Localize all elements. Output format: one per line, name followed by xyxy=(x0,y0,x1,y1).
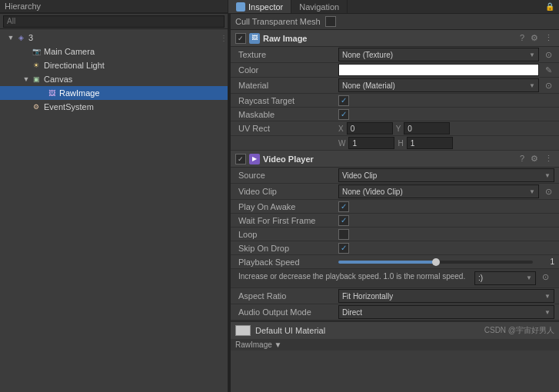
tab-navigation[interactable]: Navigation xyxy=(291,0,348,13)
eventsystem-icon: ⚙ xyxy=(31,101,42,112)
material-row: Material None (Material) ▼ ⊙ xyxy=(231,78,559,94)
tree-label-canvas: Canvas xyxy=(44,75,72,84)
inspector-content: ✓ 🖼 Raw Image ? ⚙ ⋮ Texture None (Textur… xyxy=(231,30,559,392)
tree-arrow-scene3: ▼ xyxy=(6,33,15,42)
texture-label: Texture xyxy=(238,50,338,59)
tree-item-main-camera[interactable]: ▶ 📷 Main Camera xyxy=(0,45,228,58)
hierarchy-search[interactable] xyxy=(3,15,225,28)
x-label: X xyxy=(338,125,344,133)
tree-item-eventsystem[interactable]: ▶ ⚙ EventSystem xyxy=(0,100,228,114)
material-dropdown[interactable]: None (Material) ▼ xyxy=(338,78,539,92)
w-input[interactable] xyxy=(348,137,394,149)
waitforfirst-label: Wait For First Frame xyxy=(238,216,338,225)
texture-select-btn[interactable]: ⊙ xyxy=(542,48,554,61)
rawimage-settings-btn[interactable]: ⚙ xyxy=(529,33,540,43)
source-value: Video Clip xyxy=(342,171,377,180)
hierarchy-tree: ▼ ◈ 3 ⋮ ▶ 📷 Main Camera ▶ ☀ Directional … xyxy=(0,29,228,392)
uvrect-wh-row: W H xyxy=(231,136,559,151)
videoplayer-menu-btn[interactable]: ⋮ xyxy=(543,154,554,164)
source-value-container: Video Clip ▼ xyxy=(338,168,554,182)
loop-checkbox[interactable] xyxy=(338,229,349,240)
audiooutput-dropdown[interactable]: Direct ▼ xyxy=(338,305,554,319)
videoplayer-component-header[interactable]: ✓ ▶ Video Player ? ⚙ ⋮ xyxy=(231,151,559,168)
rawimage-component-header[interactable]: ✓ 🖼 Raw Image ? ⚙ ⋮ xyxy=(231,30,559,47)
playonawake-label: Play On Awake xyxy=(238,202,338,211)
waitforfirst-checkbox[interactable] xyxy=(338,215,349,226)
tab-inspector[interactable]: Inspector xyxy=(228,0,291,13)
maskable-value-container xyxy=(338,109,554,120)
hierarchy-toolbar xyxy=(0,14,228,29)
cull-checkbox[interactable] xyxy=(325,16,336,27)
playbackspeed-slider-thumb[interactable] xyxy=(432,258,440,266)
maskable-checkbox[interactable] xyxy=(338,109,349,120)
tree-item-scene3[interactable]: ▼ ◈ 3 ⋮ xyxy=(0,31,228,45)
color-edit-btn[interactable]: ✎ xyxy=(542,64,554,76)
texture-row: Texture None (Texture) ▼ ⊙ xyxy=(231,47,559,63)
playbackspeed-info-row: Increase or decrease the playback speed.… xyxy=(231,269,559,288)
rawimage-icon: 🖼 xyxy=(46,88,57,98)
raycast-checkbox[interactable] xyxy=(338,95,349,106)
cull-label: Cull Transparent Mesh xyxy=(235,17,321,26)
inspector-tab-icon xyxy=(236,2,245,12)
videoclip-dropdown-arrow: ▼ xyxy=(529,188,535,195)
tree-item-canvas[interactable]: ▼ ▣ Canvas xyxy=(0,72,228,86)
tree-item-rawimage[interactable]: ▶ 🖼 RawImage xyxy=(0,86,228,100)
color-picker[interactable] xyxy=(338,64,539,76)
uvrect-row: UV Rect X Y xyxy=(231,121,559,136)
material-dropdown-arrow: ▼ xyxy=(529,82,535,89)
tree-label-rawimage: RawImage xyxy=(59,88,100,98)
h-input[interactable] xyxy=(407,137,453,149)
lock-icon[interactable]: 🔒 xyxy=(545,2,554,11)
playbackspeed-slider-track[interactable] xyxy=(338,261,533,264)
source-dropdown[interactable]: Video Clip ▼ xyxy=(338,168,554,182)
info-dropdown[interactable]: :) ▼ xyxy=(474,271,536,285)
audiooutput-dropdown-arrow: ▼ xyxy=(544,309,551,316)
videoplayer-settings-btn[interactable]: ⚙ xyxy=(529,154,540,164)
cull-row: Cull Transparent Mesh xyxy=(231,14,559,30)
material-select-btn[interactable]: ⊙ xyxy=(542,79,554,91)
videoclip-row: Video Clip None (Video Clip) ▼ ⊙ xyxy=(231,184,559,200)
rawimage-component-buttons: ? ⚙ ⋮ xyxy=(518,33,554,43)
videoclip-value: None (Video Clip) xyxy=(342,188,403,196)
raycast-label: Raycast Target xyxy=(238,96,338,105)
default-material-row: Default UI Material CSDN @宇宙好男人 xyxy=(231,321,559,339)
info-btn[interactable]: ⊙ xyxy=(539,271,551,284)
info-content: Increase or decrease the playback speed.… xyxy=(238,271,551,285)
rawimage-sublabel: RawImage ▼ xyxy=(235,341,281,349)
source-label: Source xyxy=(238,171,338,180)
scene-menu-btn[interactable]: ⋮ xyxy=(220,34,228,42)
videoclip-dropdown[interactable]: None (Video Clip) ▼ xyxy=(338,184,539,198)
info-text: Increase or decrease the playback speed.… xyxy=(238,271,470,282)
videoclip-select-btn[interactable]: ⊙ xyxy=(542,185,554,198)
info-dropdown-row: :) ▼ ⊙ xyxy=(474,271,551,285)
uvrect-wh-value-container: W H xyxy=(338,137,554,149)
videoplayer-component-name: Video Player xyxy=(263,154,518,164)
videoclip-value-container: None (Video Clip) ▼ ⊙ xyxy=(338,184,554,198)
rawimage-help-btn[interactable]: ? xyxy=(518,33,526,43)
hierarchy-panel: ▼ ◈ 3 ⋮ ▶ 📷 Main Camera ▶ ☀ Directional … xyxy=(0,14,228,392)
aspectratio-value: Fit Horizontally xyxy=(342,292,393,301)
color-row: Color ✎ xyxy=(231,63,559,78)
playonawake-row: Play On Awake xyxy=(231,200,559,214)
tree-label-scene3: 3 xyxy=(28,33,33,42)
tab-bar: Hierarchy Inspector Navigation 🔒 xyxy=(0,0,559,14)
aspectratio-dropdown[interactable]: Fit Horizontally ▼ xyxy=(338,289,554,303)
rawimage-menu-btn[interactable]: ⋮ xyxy=(543,33,554,43)
texture-dropdown[interactable]: None (Texture) ▼ xyxy=(338,48,539,61)
skipondrop-checkbox[interactable] xyxy=(338,243,349,254)
playonawake-checkbox[interactable] xyxy=(338,201,349,212)
skipondrop-row: Skip On Drop xyxy=(231,241,559,255)
y-input[interactable] xyxy=(404,122,450,135)
maskable-row: Maskable xyxy=(231,108,559,121)
videoplayer-help-btn[interactable]: ? xyxy=(518,154,526,164)
material-label: Material xyxy=(238,81,338,90)
x-input[interactable] xyxy=(347,122,393,135)
audiooutput-row: Audio Output Mode Direct ▼ xyxy=(231,304,559,321)
camera-icon: 📷 xyxy=(31,46,42,57)
rawimage-toggle[interactable]: ✓ xyxy=(235,33,246,44)
tree-item-directional-light[interactable]: ▶ ☀ Directional Light xyxy=(0,58,228,72)
raycast-row: Raycast Target xyxy=(231,94,559,108)
videoplayer-toggle[interactable]: ✓ xyxy=(235,154,246,164)
y-label: Y xyxy=(396,125,401,133)
playbackspeed-value: 1 xyxy=(536,257,554,266)
